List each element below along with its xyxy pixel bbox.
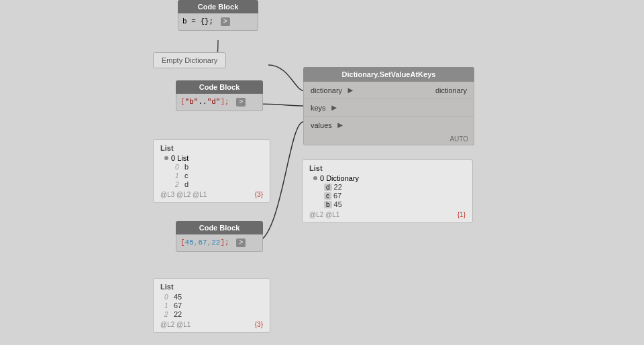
val2-2: 22	[174, 310, 182, 318]
dict-list-bullet	[313, 176, 317, 180]
dict-label-keys: keys	[311, 104, 326, 112]
num1: 45	[185, 238, 194, 247]
list-item-1: 1 c	[175, 171, 263, 180]
code-block-3-code: [45,67,22]; >	[180, 237, 258, 249]
code-block-3-header: Code Block	[176, 221, 263, 234]
list-parent-label: 0 List	[171, 154, 189, 162]
dict-list-parent-row: 0 Dictionary	[313, 174, 466, 182]
code-block-1-text: b = {};	[182, 17, 213, 25]
dots: ..	[198, 98, 207, 106]
key-d: d	[324, 184, 332, 191]
list-item-2-0: 0 45	[164, 293, 263, 301]
code-block-3-port[interactable]: >	[236, 238, 246, 247]
list-preview-1: List 0 List 0 b 1 c 2 d	[153, 139, 270, 203]
dict-list-parent-label: 0 Dictionary	[320, 174, 359, 182]
dict-row-keys: keys ►	[304, 99, 474, 117]
val2-0: 45	[174, 293, 182, 301]
num3: 22	[211, 238, 220, 247]
idx2-2: 2	[164, 311, 171, 318]
dict-row-values: values ►	[304, 117, 474, 133]
dict-list-footer: @L2 @L1 {1}	[309, 211, 466, 218]
code-block-1-port[interactable]: >	[221, 17, 230, 26]
dict-item-c: c 67	[324, 192, 466, 200]
dict-arrow-values[interactable]: ►	[336, 120, 345, 130]
list-preview-1-title: List	[160, 144, 263, 152]
code-block-2-port[interactable]: >	[236, 98, 246, 107]
dict-auto-label: AUTO	[304, 133, 474, 145]
empty-dict-node: Empty Dictionary	[153, 52, 226, 68]
dict-arrow-keys[interactable]: ►	[330, 102, 339, 113]
bracket1: [	[180, 98, 185, 106]
list-footer-left-2: @L2 @L1	[160, 321, 191, 328]
list-footer-2: @L2 @L1 {3}	[160, 321, 263, 328]
dict-label-dictionary: dictionary	[311, 86, 342, 94]
dict-output-dictionary: dictionary	[435, 86, 467, 94]
code-block-2-node: Code Block ["b".."d"]; >	[176, 80, 263, 111]
idx2-1: 1	[164, 302, 171, 309]
str2: "d"	[207, 98, 221, 106]
list-footer-1: @L3 @L2 @L1 {3}	[160, 191, 263, 198]
str1: "b"	[185, 98, 199, 106]
bracket3: [	[180, 238, 185, 247]
val-c: 67	[333, 192, 341, 200]
dict-item-b: b 45	[324, 200, 466, 208]
idx-0: 0	[175, 163, 182, 171]
code-block-3-node: Code Block [45,67,22]; >	[176, 221, 263, 252]
code-block-1-code: b = {}; >	[182, 16, 254, 27]
val2-1: 67	[174, 301, 182, 309]
val-2: d	[184, 180, 189, 188]
code-block-1-body: b = {}; >	[178, 13, 258, 31]
bracket4: ];	[220, 238, 229, 247]
code-block-1-node: Code Block b = {}; >	[178, 0, 258, 31]
dict-row-dictionary: dictionary ► dictionary	[304, 82, 474, 99]
list-item-2: 2 d	[175, 180, 263, 188]
key-c: c	[324, 192, 331, 200]
canvas: Code Block b = {}; > Empty Dictionary Co…	[0, 0, 644, 345]
list-item-2-2: 2 22	[164, 310, 263, 318]
list-preview-2: List 0 45 1 67 2 22 @L2 @L1 {3}	[153, 278, 270, 333]
val-0: b	[184, 163, 189, 171]
code-block-3-body: [45,67,22]; >	[176, 234, 263, 252]
list-bullet	[164, 156, 168, 160]
list-preview-2-title: List	[160, 283, 263, 291]
idx-2: 2	[175, 181, 182, 188]
idx-1: 1	[175, 172, 182, 180]
dict-set-node: Dictionary.SetValueAtKeys dictionary ► d…	[303, 67, 474, 145]
bracket2: ];	[220, 98, 229, 106]
list-row-parent: 0 List	[164, 154, 263, 162]
code-block-2-header: Code Block	[176, 80, 263, 94]
idx2-0: 0	[164, 293, 171, 301]
key-b: b	[324, 201, 332, 208]
list-footer-left-1: @L3 @L2 @L1	[160, 191, 207, 198]
dict-list-title: List	[309, 164, 466, 172]
val-d: 22	[334, 183, 342, 191]
val-b: 45	[334, 200, 342, 208]
list-tree-2: 0 45 1 67 2 22	[164, 293, 263, 318]
code-block-2-body: ["b".."d"]; >	[176, 94, 263, 111]
dict-list-footer-left: @L2 @L1	[309, 211, 339, 218]
val-1: c	[184, 171, 189, 180]
dict-list-footer-right: {1}	[458, 211, 466, 218]
dict-list-tree: 0 Dictionary d 22 c 67 b 45	[313, 174, 466, 208]
list-footer-right-2: {3}	[255, 321, 263, 328]
code-block-2-code: ["b".."d"]; >	[180, 96, 258, 108]
dict-set-body: dictionary ► dictionary keys ► values ► …	[303, 82, 474, 145]
code-block-1-header: Code Block	[178, 0, 258, 13]
empty-dict-label: Empty Dictionary	[162, 56, 217, 64]
list-item-0: 0 b	[175, 163, 263, 171]
dict-label-values: values	[311, 121, 332, 129]
dict-arrow-dictionary[interactable]: ►	[346, 85, 355, 95]
dict-list-preview: List 0 Dictionary d 22 c 67 b 45	[302, 159, 473, 223]
list-item-2-1: 1 67	[164, 301, 263, 309]
num2: 67	[198, 238, 207, 247]
dict-set-header: Dictionary.SetValueAtKeys	[303, 67, 474, 82]
dict-item-d: d 22	[324, 183, 466, 191]
list-tree-1: 0 List 0 b 1 c 2 d	[164, 154, 263, 188]
list-footer-right-1: {3}	[255, 191, 263, 198]
